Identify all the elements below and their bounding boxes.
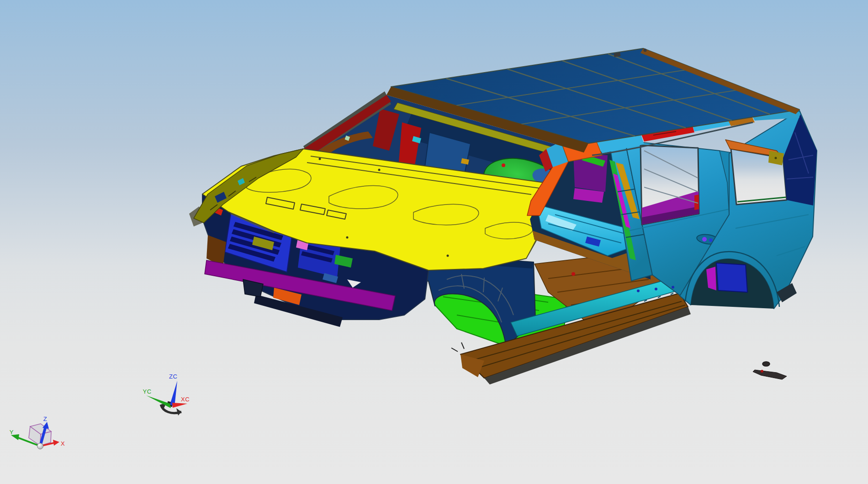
door-handle-violet[interactable] [702,237,707,242]
roof-corner-cap [644,49,647,52]
floor-red-clip[interactable] [572,272,575,276]
wcs-z-label[interactable]: ZC [169,373,177,380]
datum-x-label: X [61,440,65,447]
fuel-tank-navy[interactable] [716,263,747,292]
door-handle-blue[interactable] [709,238,713,242]
datum-origin-ball[interactable] [37,443,43,449]
cad-viewport: ZC YC XC Z Y X [0,0,868,484]
wcs-x-label[interactable]: XC [181,396,190,403]
datum-y-label: Y [10,429,14,436]
wcs-y-label[interactable]: YC [143,388,151,395]
small-part-red-dot [761,370,763,373]
olive-plate-screw [775,157,777,159]
datum-z-label: Z [43,416,47,422]
small-part-1[interactable] [762,362,770,366]
red-dot-part[interactable] [502,163,505,167]
